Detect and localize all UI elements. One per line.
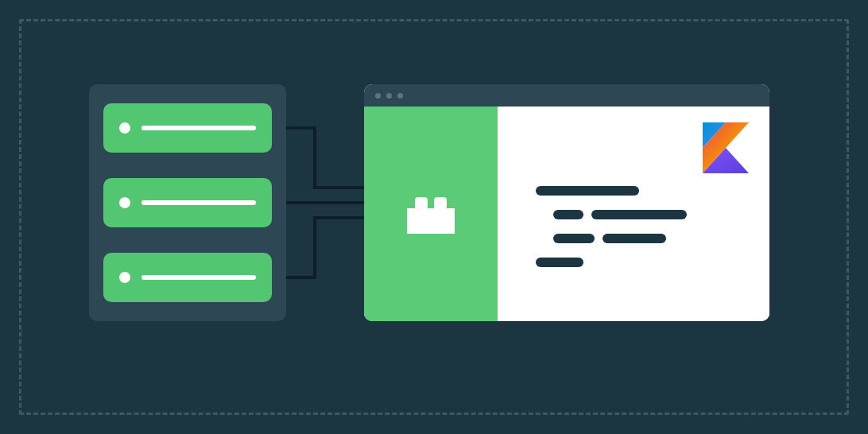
- window-titlebar: [364, 84, 769, 107]
- plugin-block-icon: [407, 194, 455, 234]
- window-body: [364, 107, 769, 321]
- kotlin-logo-icon: [703, 122, 749, 173]
- window-control-dot-icon: [386, 93, 392, 99]
- window-control-dot-icon: [397, 93, 403, 99]
- server-label-line: [141, 275, 256, 280]
- app-window: [364, 84, 769, 321]
- code-row: [536, 186, 769, 196]
- status-dot-icon: [119, 122, 130, 134]
- server-label-line: [141, 200, 256, 205]
- server-item-2: [103, 178, 272, 227]
- code-content-area: [498, 107, 769, 321]
- code-segment: [536, 186, 639, 196]
- status-dot-icon: [119, 197, 130, 208]
- window-control-dot-icon: [375, 93, 381, 99]
- code-lines: [536, 186, 769, 267]
- window-sidebar: [364, 107, 498, 321]
- server-item-1: [103, 103, 272, 153]
- code-segment: [603, 234, 666, 243]
- code-row: [536, 210, 769, 219]
- connector-lines: [285, 84, 367, 321]
- status-dot-icon: [119, 272, 130, 283]
- code-segment: [553, 210, 583, 219]
- code-row: [536, 258, 769, 267]
- server-item-3: [103, 253, 272, 302]
- diagram-container: [0, 0, 868, 434]
- code-segment: [536, 258, 583, 267]
- server-label-line: [141, 126, 256, 130]
- code-row: [536, 234, 769, 243]
- server-panel: [89, 84, 286, 321]
- code-segment: [591, 210, 687, 219]
- code-segment: [553, 234, 595, 243]
